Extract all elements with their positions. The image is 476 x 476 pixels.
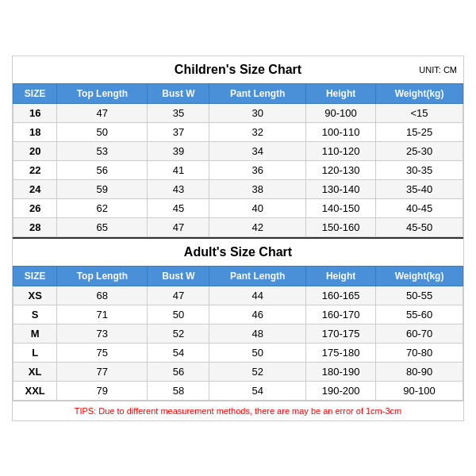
table-cell: 52 <box>148 324 209 343</box>
table-cell: 34 <box>209 141 306 160</box>
table-cell: 35 <box>148 103 209 122</box>
table-cell: 38 <box>209 179 306 198</box>
table-cell: XXL <box>13 381 57 400</box>
table-cell: 40 <box>209 198 306 217</box>
table-cell: 39 <box>148 141 209 160</box>
col-pant-length: Pant Length <box>209 83 306 103</box>
adult-header-row: SIZE Top Length Bust W Pant Length Heigh… <box>13 266 463 286</box>
table-cell: 90-100 <box>376 381 463 400</box>
unit-label: UNIT: CM <box>419 65 457 75</box>
table-cell: 65 <box>57 217 148 236</box>
table-cell: 150-160 <box>306 217 376 236</box>
adult-col-size: SIZE <box>13 266 57 286</box>
table-cell: 43 <box>148 179 209 198</box>
table-cell: 56 <box>57 160 148 179</box>
table-row: L755450175-18070-80 <box>13 343 463 362</box>
children-title: Children's Size Chart <box>175 63 301 76</box>
table-row: XL775652180-19080-90 <box>13 362 463 381</box>
table-cell: 36 <box>209 160 306 179</box>
table-cell: 26 <box>13 198 57 217</box>
size-chart-container: Children's Size Chart UNIT: CM SIZE Top … <box>12 56 464 421</box>
table-cell: 130-140 <box>306 179 376 198</box>
table-cell: 110-120 <box>306 141 376 160</box>
table-cell: 22 <box>13 160 57 179</box>
table-cell: 52 <box>209 362 306 381</box>
table-cell: 120-130 <box>306 160 376 179</box>
adult-col-pant-length: Pant Length <box>209 266 306 286</box>
table-cell: 180-190 <box>306 362 376 381</box>
table-cell: 41 <box>148 160 209 179</box>
table-cell: 30-35 <box>376 160 463 179</box>
tips-text: TIPS: Due to different measurement metho… <box>13 401 463 420</box>
table-row: 28654742150-16045-50 <box>13 217 463 236</box>
table-row: 1647353090-100<15 <box>13 103 463 122</box>
table-cell: 68 <box>57 286 148 305</box>
table-cell: 70-80 <box>376 343 463 362</box>
table-cell: 73 <box>57 324 148 343</box>
table-cell: 50 <box>148 305 209 324</box>
table-cell: 28 <box>13 217 57 236</box>
table-cell: S <box>13 305 57 324</box>
table-cell: 47 <box>148 286 209 305</box>
adult-col-top-length: Top Length <box>57 266 148 286</box>
table-cell: 50 <box>57 122 148 141</box>
table-cell: 71 <box>57 305 148 324</box>
table-cell: 18 <box>13 122 57 141</box>
table-row: 22564136120-13030-35 <box>13 160 463 179</box>
table-cell: 24 <box>13 179 57 198</box>
table-cell: 44 <box>209 286 306 305</box>
table-cell: 46 <box>209 305 306 324</box>
table-cell: 175-180 <box>306 343 376 362</box>
table-cell: 54 <box>209 381 306 400</box>
children-section-header: Children's Size Chart UNIT: CM <box>13 56 463 83</box>
table-cell: 25-30 <box>376 141 463 160</box>
col-size: SIZE <box>13 83 57 103</box>
table-cell: 77 <box>57 362 148 381</box>
table-cell: 45 <box>148 198 209 217</box>
table-cell: 47 <box>57 103 148 122</box>
table-cell: 48 <box>209 324 306 343</box>
adult-title: Adult's Size Chart <box>184 245 292 259</box>
table-row: 18503732100-11015-25 <box>13 122 463 141</box>
table-cell: M <box>13 324 57 343</box>
table-cell: 45-50 <box>376 217 463 236</box>
table-cell: 190-200 <box>306 381 376 400</box>
table-cell: XL <box>13 362 57 381</box>
table-cell: 47 <box>148 217 209 236</box>
table-cell: 30 <box>209 103 306 122</box>
children-table: SIZE Top Length Bust W Pant Length Heigh… <box>13 83 463 237</box>
table-cell: L <box>13 343 57 362</box>
table-cell: 160-170 <box>306 305 376 324</box>
table-cell: 50 <box>209 343 306 362</box>
adult-col-height: Height <box>306 266 376 286</box>
table-cell: 32 <box>209 122 306 141</box>
table-row: 20533934110-12025-30 <box>13 141 463 160</box>
col-bust-w: Bust W <box>148 83 209 103</box>
adult-section-header: Adult's Size Chart <box>13 237 463 266</box>
table-cell: 62 <box>57 198 148 217</box>
table-cell: 59 <box>57 179 148 198</box>
table-row: S715046160-17055-60 <box>13 305 463 324</box>
table-cell: 80-90 <box>376 362 463 381</box>
table-cell: 35-40 <box>376 179 463 198</box>
table-cell: 140-150 <box>306 198 376 217</box>
table-row: M735248170-17560-70 <box>13 324 463 343</box>
table-row: XXL795854190-20090-100 <box>13 381 463 400</box>
col-weight: Weight(kg) <box>376 83 463 103</box>
table-cell: 40-45 <box>376 198 463 217</box>
adult-table: SIZE Top Length Bust W Pant Length Heigh… <box>13 266 463 401</box>
table-row: 24594338130-14035-40 <box>13 179 463 198</box>
table-cell: 58 <box>148 381 209 400</box>
table-cell: 75 <box>57 343 148 362</box>
col-height: Height <box>306 83 376 103</box>
table-cell: 60-70 <box>376 324 463 343</box>
children-header-row: SIZE Top Length Bust W Pant Length Heigh… <box>13 83 463 103</box>
table-cell: 50-55 <box>376 286 463 305</box>
table-cell: XS <box>13 286 57 305</box>
col-top-length: Top Length <box>57 83 148 103</box>
adult-col-bust-w: Bust W <box>148 266 209 286</box>
table-cell: 100-110 <box>306 122 376 141</box>
table-row: 26624540140-15040-45 <box>13 198 463 217</box>
table-cell: 42 <box>209 217 306 236</box>
table-cell: <15 <box>376 103 463 122</box>
